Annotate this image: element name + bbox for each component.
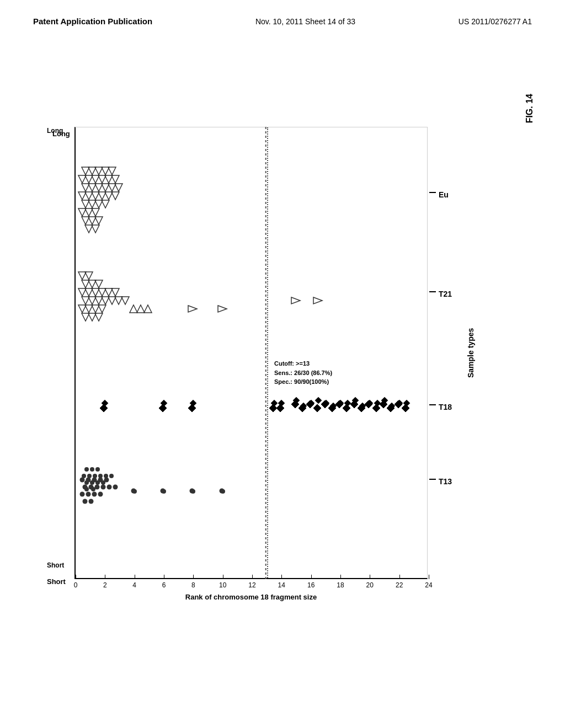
t21-point bbox=[85, 288, 93, 296]
eu-point bbox=[92, 225, 99, 233]
t21-point bbox=[105, 288, 113, 296]
eu-point bbox=[108, 184, 116, 191]
t21-right-point bbox=[313, 297, 322, 304]
t18-point bbox=[343, 404, 350, 412]
eu-point bbox=[98, 192, 106, 200]
t21-point bbox=[98, 288, 106, 296]
t13-point bbox=[220, 489, 225, 494]
eu-point bbox=[115, 184, 122, 191]
chart-area: Long Short 0 2 4 6 8 10 12 14 bbox=[44, 110, 497, 618]
eu-point bbox=[102, 200, 109, 208]
eu-point bbox=[102, 184, 109, 191]
t21-point bbox=[137, 305, 145, 313]
t13-point bbox=[89, 485, 94, 490]
t18-point bbox=[188, 404, 196, 412]
t21-point bbox=[102, 297, 109, 304]
eu-point bbox=[82, 184, 89, 191]
x-axis-title: Rank of chromosome 18 fragment size bbox=[74, 593, 428, 601]
eu-point bbox=[82, 217, 89, 224]
t18-point bbox=[335, 400, 343, 408]
t21-point bbox=[88, 313, 96, 321]
eu-point bbox=[82, 200, 89, 208]
sample-label-t18: T18 bbox=[439, 403, 452, 411]
t21-point bbox=[111, 288, 119, 296]
t13-point bbox=[80, 478, 85, 483]
t13-point bbox=[98, 492, 103, 497]
t13-point bbox=[131, 489, 136, 494]
t18-point bbox=[313, 404, 321, 412]
t21-point bbox=[82, 297, 89, 304]
t13-point bbox=[86, 492, 91, 497]
x-label-18: 18 bbox=[337, 581, 344, 589]
eu-point bbox=[88, 167, 96, 175]
t13-point bbox=[83, 499, 88, 504]
t18-point bbox=[299, 404, 306, 412]
t21-right-point bbox=[188, 306, 197, 312]
t21-point bbox=[95, 313, 103, 321]
t21-right-point bbox=[291, 297, 300, 304]
eu-point bbox=[105, 192, 113, 200]
t13-point bbox=[113, 485, 118, 490]
x-label-24: 24 bbox=[425, 581, 432, 589]
x-label-20: 20 bbox=[366, 581, 374, 589]
t21-point bbox=[85, 305, 93, 313]
sample-types-label: Sample types bbox=[466, 127, 475, 579]
t18-point bbox=[276, 404, 284, 412]
t13-point bbox=[92, 492, 97, 497]
t21-point bbox=[130, 305, 137, 313]
long-label: Long bbox=[52, 130, 70, 138]
t18-point bbox=[321, 400, 329, 408]
t18-point bbox=[372, 404, 380, 412]
sample-tick-eu bbox=[429, 192, 436, 193]
t21-point bbox=[108, 297, 116, 304]
x-label-14: 14 bbox=[278, 581, 285, 589]
eu-point bbox=[92, 175, 99, 183]
t13-point bbox=[89, 499, 94, 504]
eu-point bbox=[98, 175, 106, 183]
t21-point bbox=[98, 305, 106, 313]
t21-point bbox=[78, 272, 86, 280]
sample-label-t21: T21 bbox=[439, 290, 452, 298]
t18-point bbox=[380, 400, 387, 408]
sample-tick-t21 bbox=[429, 291, 436, 292]
t21-point bbox=[78, 305, 86, 313]
t21-point bbox=[85, 272, 93, 280]
t21-point bbox=[95, 297, 103, 304]
x-tick-24 bbox=[429, 575, 429, 579]
sample-label-eu: Eu bbox=[439, 190, 449, 199]
eu-point bbox=[92, 192, 99, 200]
x-label-6: 6 bbox=[162, 581, 166, 589]
t18-point bbox=[269, 404, 277, 412]
eu-point bbox=[82, 167, 89, 175]
x-label-0: 0 bbox=[74, 581, 78, 589]
t13-point bbox=[104, 478, 109, 483]
eu-point bbox=[111, 192, 119, 200]
t13-point bbox=[107, 485, 112, 490]
eu-point bbox=[95, 200, 103, 208]
x-label-8: 8 bbox=[191, 581, 195, 589]
sample-tick-t13 bbox=[429, 479, 436, 480]
eu-point bbox=[95, 167, 103, 175]
t21-point bbox=[144, 305, 152, 313]
short-label: Short bbox=[47, 577, 66, 586]
x-label-4: 4 bbox=[132, 581, 136, 589]
eu-point bbox=[95, 217, 103, 224]
x-label-2: 2 bbox=[103, 581, 107, 589]
x-label-12: 12 bbox=[248, 581, 255, 589]
t13-point bbox=[95, 485, 100, 490]
publication-title: Patent Application Publication bbox=[33, 17, 152, 26]
t21-point bbox=[78, 288, 86, 296]
eu-point bbox=[108, 167, 116, 175]
t18-point bbox=[358, 404, 365, 412]
eu-point bbox=[111, 175, 119, 183]
eu-point bbox=[78, 208, 86, 216]
x-label-10: 10 bbox=[219, 581, 226, 589]
eu-point bbox=[95, 184, 103, 191]
t13-point bbox=[86, 478, 91, 483]
eu-point bbox=[85, 225, 93, 233]
t18-point bbox=[365, 400, 372, 408]
t21-point bbox=[82, 280, 89, 288]
t18-point bbox=[328, 404, 336, 412]
eu-point bbox=[85, 208, 93, 216]
t18-point bbox=[291, 400, 299, 408]
